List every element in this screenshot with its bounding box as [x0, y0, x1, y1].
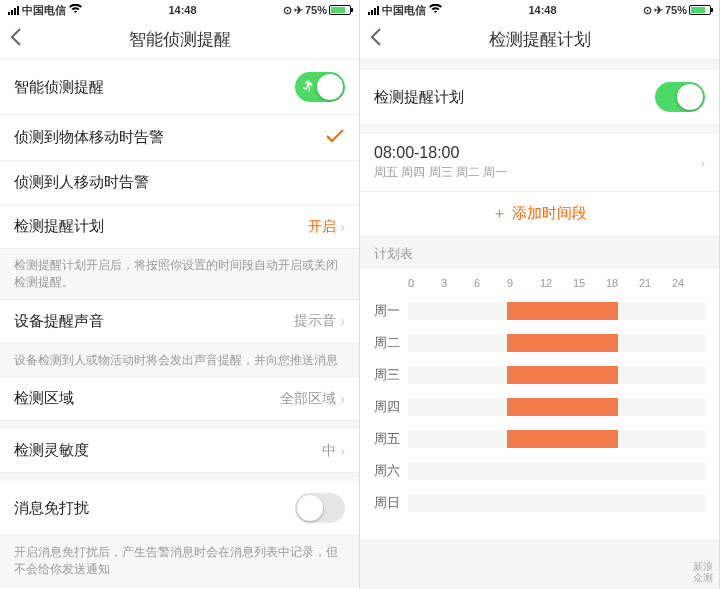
- chart-row-tue: 周二: [374, 327, 705, 359]
- carrier: 中国电信: [22, 3, 66, 18]
- toggle-plan[interactable]: [655, 82, 705, 112]
- clock: 14:48: [528, 4, 556, 16]
- row-area[interactable]: 检测区域 全部区域›: [0, 377, 359, 421]
- note-dnd: 开启消息免打扰后，产生告警消息时会在消息列表中记录，但不会给你发送通知: [0, 536, 359, 587]
- wifi-icon: [69, 4, 82, 16]
- signal-icon: [368, 6, 379, 15]
- alarm-icon: ⊙: [643, 4, 652, 17]
- chart-row-mon: 周一: [374, 295, 705, 327]
- left-screen: 中国电信 14:48 ⊙ ✈ 75% 智能侦测提醒 智能侦测提醒 侦测到物体移动…: [0, 0, 360, 589]
- add-time-button[interactable]: ＋ 添加时间段: [360, 191, 719, 235]
- chart-row-fri: 周五: [374, 423, 705, 455]
- divider: [0, 473, 359, 481]
- page-title: 智能侦测提醒: [129, 28, 231, 51]
- schedule-chart: 0 3 6 9 12 15 18 21 24 周一 周二 周三 周四 周五 周六…: [360, 269, 719, 539]
- chevron-right-icon: ›: [340, 313, 345, 329]
- back-button[interactable]: [370, 27, 382, 52]
- note-sound: 设备检测到人或物活动时将会发出声音提醒，并向您推送消息: [0, 344, 359, 378]
- time-range: 08:00-18:00: [374, 144, 507, 162]
- row-plan-toggle[interactable]: 检测提醒计划: [360, 70, 719, 124]
- row-time-slot[interactable]: 08:00-18:00 周五 周四 周三 周二 周一 ›: [360, 134, 719, 191]
- check-icon: [325, 127, 345, 148]
- row-sound[interactable]: 设备提醒声音 提示音›: [0, 300, 359, 344]
- row-human-alarm[interactable]: 侦测到人移动时告警: [0, 161, 359, 205]
- location-icon: ✈: [654, 4, 663, 17]
- nav-bar: 智能侦测提醒: [0, 20, 359, 60]
- nav-bar: 检测提醒计划: [360, 20, 719, 60]
- plan-content: 检测提醒计划 08:00-18:00 周五 周四 周三 周二 周一 › ＋ 添加…: [360, 60, 719, 589]
- right-screen: 中国电信 14:48 ⊙ ✈ 75% 检测提醒计划 检测提醒计划 08:00-1…: [360, 0, 720, 589]
- time-days: 周五 周四 周三 周二 周一: [374, 164, 507, 181]
- divider: [360, 60, 719, 70]
- wifi-icon: [429, 4, 442, 16]
- running-icon: [301, 78, 315, 92]
- chart-row-sat: 周六: [374, 455, 705, 487]
- clock: 14:48: [168, 4, 196, 16]
- chevron-right-icon: ›: [340, 219, 345, 235]
- battery-pct: 75%: [305, 4, 327, 16]
- chevron-right-icon: ›: [700, 155, 719, 171]
- alarm-icon: ⊙: [283, 4, 292, 17]
- row-sensitivity[interactable]: 检测灵敏度 中›: [0, 429, 359, 473]
- schedule-label: 计划表: [360, 235, 719, 269]
- toggle-dnd[interactable]: [295, 493, 345, 523]
- divider: [360, 124, 719, 134]
- note-plan: 检测提醒计划开启后，将按照你设置的时间段自动开启或关闭检测提醒。: [0, 249, 359, 300]
- battery-pct: 75%: [665, 4, 687, 16]
- toggle-smart[interactable]: [295, 72, 345, 102]
- chart-row-wed: 周三: [374, 359, 705, 391]
- divider: [0, 421, 359, 429]
- row-object-alarm[interactable]: 侦测到物体移动时告警: [0, 115, 359, 161]
- battery-icon: [329, 5, 351, 15]
- row-plan[interactable]: 检测提醒计划 开启›: [0, 205, 359, 249]
- row-dnd[interactable]: 消息免打扰: [0, 481, 359, 536]
- page-title: 检测提醒计划: [489, 28, 591, 51]
- chart-row-sun: 周日: [374, 487, 705, 519]
- status-bar: 中国电信 14:48 ⊙ ✈ 75%: [360, 0, 719, 20]
- battery-icon: [689, 5, 711, 15]
- status-bar: 中国电信 14:48 ⊙ ✈ 75%: [0, 0, 359, 20]
- chevron-right-icon: ›: [340, 443, 345, 459]
- location-icon: ✈: [294, 4, 303, 17]
- chart-x-axis: 0 3 6 9 12 15 18 21 24: [374, 277, 705, 289]
- signal-icon: [8, 6, 19, 15]
- chevron-right-icon: ›: [340, 391, 345, 407]
- row-smart-detection[interactable]: 智能侦测提醒: [0, 60, 359, 115]
- back-button[interactable]: [10, 27, 22, 52]
- carrier: 中国电信: [382, 3, 426, 18]
- chart-row-thu: 周四: [374, 391, 705, 423]
- settings-list: 智能侦测提醒 侦测到物体移动时告警 侦测到人移动时告警 检测提醒计划 开启› 检…: [0, 60, 359, 589]
- watermark: 新浪众测: [693, 561, 713, 583]
